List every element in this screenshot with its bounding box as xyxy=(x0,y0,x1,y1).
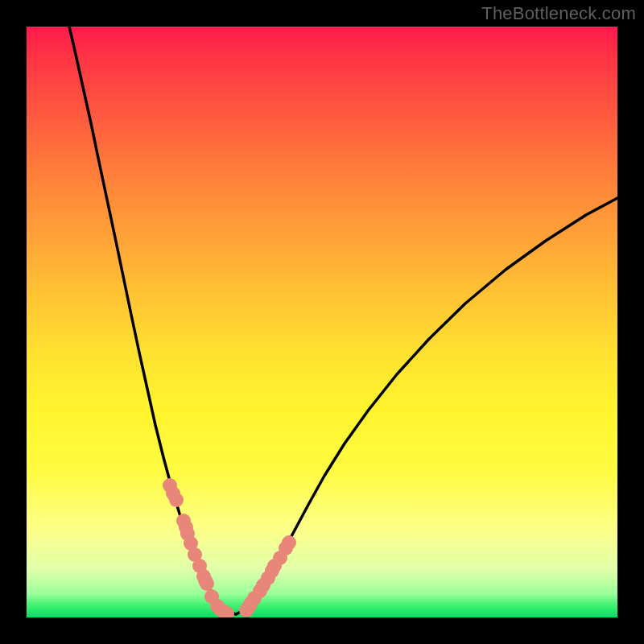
chart-svg xyxy=(27,27,617,617)
chart-container: TheBottleneck.com xyxy=(0,0,644,644)
left-dots-point xyxy=(169,493,184,507)
left-curve xyxy=(69,27,236,614)
left-dots-point xyxy=(200,576,214,591)
dot-layer xyxy=(163,478,296,617)
watermark-text: TheBottleneck.com xyxy=(481,3,636,24)
curve-layer xyxy=(69,27,617,614)
right-curve xyxy=(236,198,617,614)
right-dots-point xyxy=(282,535,296,550)
plot-area xyxy=(27,27,617,617)
